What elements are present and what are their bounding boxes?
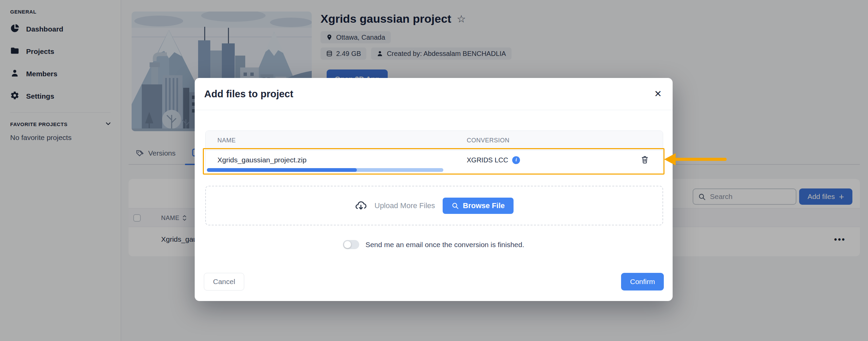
conversion-value: XGRIDS LCC — [467, 156, 508, 164]
progress-fill — [207, 168, 357, 172]
upload-file-row: Xgrids_gaussian_project.zip XGRIDS LCC i — [206, 151, 663, 173]
info-icon[interactable]: i — [512, 156, 520, 164]
browse-file-label: Browse File — [463, 201, 505, 210]
upload-table: NAME CONVERSION Xgrids_gaussian_project.… — [205, 131, 663, 173]
modal-name-header: NAME — [217, 137, 236, 144]
close-icon[interactable]: ✕ — [653, 88, 663, 100]
cancel-button[interactable]: Cancel — [204, 273, 244, 290]
upload-dropzone[interactable]: Upload More Files Browse File — [205, 186, 663, 225]
add-files-modal: Add files to project ✕ NAME CONVERSION X… — [195, 78, 673, 301]
confirm-button[interactable]: Confirm — [621, 273, 664, 290]
upload-hint-text: Upload More Files — [374, 201, 435, 210]
modal-title: Add files to project — [204, 88, 293, 100]
browse-file-button[interactable]: Browse File — [443, 198, 514, 214]
upload-progress-bar — [207, 168, 661, 172]
email-toggle-label: Send me an email once the conversion is … — [365, 241, 524, 249]
cloud-download-icon — [355, 200, 367, 212]
toggle-knob — [344, 241, 351, 248]
email-toggle[interactable] — [343, 240, 359, 249]
search-icon — [451, 202, 459, 209]
upload-table-header: NAME CONVERSION — [206, 131, 663, 151]
modal-conversion-header: CONVERSION — [467, 137, 509, 144]
conversion-cell: XGRIDS LCC i — [467, 151, 520, 169]
modal-header: Add files to project ✕ — [195, 78, 673, 110]
app-root: GENERAL Dashboard Projects Members — [0, 0, 868, 341]
file-name: Xgrids_gaussian_project.zip — [217, 151, 307, 169]
email-toggle-row: Send me an email once the conversion is … — [195, 240, 673, 249]
trash-icon[interactable] — [640, 155, 649, 165]
